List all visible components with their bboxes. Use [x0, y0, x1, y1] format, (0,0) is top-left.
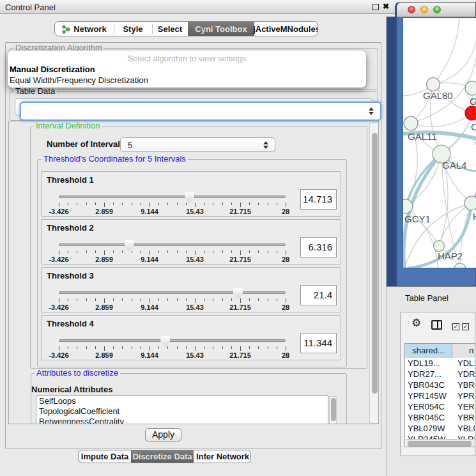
column-header-shared-name[interactable]: shared...: [405, 344, 452, 358]
number-of-intervals-combobox[interactable]: 5: [120, 137, 275, 152]
attribute-list-item[interactable]: TopologicalCoefficient: [36, 406, 328, 417]
table-row[interactable]: YDR27...YDR2: [405, 369, 475, 380]
tick-mark: [268, 346, 268, 349]
attribute-list-item[interactable]: BetweennessCentrality: [36, 417, 328, 424]
tab-select[interactable]: Select: [152, 22, 188, 36]
table-row[interactable]: YBR045CYBR0: [405, 412, 475, 423]
tick-mark: [186, 250, 187, 253]
column-layout-icon[interactable]: [431, 320, 442, 330]
algorithm-combobox[interactable]: [20, 102, 381, 121]
threshold-1-value-field[interactable]: 14.713: [300, 189, 337, 210]
bottom-tab-infer-network[interactable]: Infer Network: [194, 450, 251, 463]
tick-mark: [222, 250, 223, 253]
settings-scrollbar[interactable]: [369, 122, 379, 424]
threshold-2-value-field[interactable]: 6.316: [300, 237, 337, 257]
network-edge[interactable]: [411, 22, 476, 123]
table-row[interactable]: YDL19...YDL1: [405, 358, 475, 369]
threshold-4-value-field[interactable]: 11.344: [300, 333, 337, 353]
numerical-attributes-list[interactable]: SelfLoopsTopologicalCoefficientBetweenne…: [36, 395, 328, 424]
checkbox-icon[interactable]: ✓: [452, 323, 459, 330]
network-node-n9[interactable]: [454, 263, 466, 268]
close-traffic-light-icon[interactable]: [408, 6, 415, 13]
table-row[interactable]: YPR145WYPR1: [405, 390, 475, 401]
tick-mark: [86, 346, 87, 349]
tick-mark: [167, 250, 168, 253]
threshold-4-panel: Threshold 4-3.4262.8599.14415.4321.71528…: [41, 315, 341, 360]
threshold-2-slider-track[interactable]: [59, 243, 286, 246]
tick-mark: [277, 346, 277, 349]
tick-mark: [167, 203, 168, 205]
tick-label: 2.859: [95, 208, 113, 215]
threshold-label: Threshold 4: [47, 319, 94, 328]
table-cell-name: YBL0: [453, 423, 475, 434]
network-node-ga[interactable]: [465, 81, 476, 95]
tick-mark: [150, 250, 150, 255]
tick-mark: [204, 298, 204, 301]
network-node-hap2[interactable]: [434, 241, 445, 252]
threshold-2-slider-thumb[interactable]: [125, 240, 134, 251]
table-row[interactable]: YBR043CYBR0: [405, 380, 475, 390]
bottom-tab-discretize-data[interactable]: Discretize Data: [131, 450, 194, 463]
tick-label: -3.426: [49, 303, 68, 311]
tick-mark: [231, 346, 232, 349]
tick-mark: [122, 346, 123, 349]
threshold-3-value-field[interactable]: 21.4: [300, 285, 337, 305]
threshold-label: Threshold 1: [47, 175, 94, 185]
tab-network[interactable]: Network: [55, 22, 114, 36]
attributes-list-scrollbar[interactable]: [329, 396, 337, 424]
tick-mark: [104, 346, 105, 351]
tick-label: 2.859: [95, 303, 113, 311]
column-header-name[interactable]: n: [452, 344, 475, 358]
dropdown-option-equal-width[interactable]: Equal Width/Frequency Discretization: [10, 75, 148, 85]
tab-cyni-toolbox[interactable]: Cyni Toolbox: [188, 22, 254, 36]
threshold-4-slider-thumb[interactable]: [160, 336, 170, 347]
network-node-red[interactable]: [465, 106, 476, 120]
tick-mark: [286, 346, 286, 351]
control-panel-titlebar[interactable]: Control Panel ✖: [0, 0, 396, 14]
network-view-window: GAL80GACGAL11GAL4GCY1HHAP2: [395, 2, 476, 286]
tick-mark: [122, 203, 123, 205]
table-row[interactable]: YBL079WYBL0: [405, 423, 475, 434]
tick-mark: [167, 298, 168, 301]
network-canvas[interactable]: GAL80GACGAL11GAL4GCY1HHAP2: [403, 17, 476, 268]
tick-mark: [249, 298, 250, 301]
close-icon[interactable]: ✖: [383, 2, 389, 11]
network-edge-thick[interactable]: [472, 143, 476, 203]
dropdown-option-manual[interactable]: Manual Discretization: [10, 65, 95, 74]
tick-mark: [258, 203, 259, 205]
network-node-gal11[interactable]: [404, 116, 418, 130]
checkbox-icon[interactable]: ✓: [462, 323, 469, 330]
threshold-1-slider-track[interactable]: [59, 196, 286, 198]
threshold-1-slider-thumb[interactable]: [185, 192, 194, 203]
tab-jactivemnodules[interactable]: jActiveMNodules: [254, 22, 318, 36]
algorithm-dropdown-popup: Select algorithm to view settings Manual…: [8, 50, 366, 88]
network-node-gal80[interactable]: [427, 78, 440, 91]
gear-icon[interactable]: ⚙: [411, 318, 421, 328]
threshold-3-slider-track[interactable]: [59, 291, 286, 294]
tick-mark: [195, 203, 196, 207]
network-node-label: GAL4: [442, 160, 466, 171]
tick-mark: [222, 203, 223, 205]
network-node-label: GA: [470, 96, 476, 107]
network-node-h[interactable]: [464, 196, 476, 210]
tab-style[interactable]: Style: [114, 22, 152, 36]
network-window-titlebar[interactable]: [397, 3, 475, 17]
float-window-icon[interactable]: [372, 4, 379, 10]
table-horizontal-scrollbar[interactable]: [406, 439, 475, 447]
bottom-tab-label: Discretize Data: [132, 452, 192, 461]
attribute-list-item[interactable]: SelfLoops: [36, 396, 328, 406]
tick-label: 28: [282, 351, 289, 359]
table-cell-name: YER0: [453, 401, 475, 412]
threshold-3-panel: Threshold 3-3.4262.8599.14415.4321.71528…: [41, 267, 341, 312]
table-row[interactable]: YER054CYER0: [405, 401, 475, 412]
apply-button[interactable]: Apply: [145, 428, 181, 441]
bottom-tab-impute-data[interactable]: Impute Data: [79, 450, 131, 463]
threshold-3-slider-thumb[interactable]: [233, 288, 243, 299]
tick-label: 21.715: [229, 351, 251, 359]
tick-mark: [195, 250, 196, 255]
zoom-traffic-light-icon[interactable]: [433, 6, 441, 13]
tab-label: jActiveMNodules: [253, 24, 318, 34]
threshold-4-slider-track[interactable]: [59, 339, 286, 342]
minimize-traffic-light-icon[interactable]: [420, 6, 428, 13]
tick-mark: [95, 203, 96, 205]
